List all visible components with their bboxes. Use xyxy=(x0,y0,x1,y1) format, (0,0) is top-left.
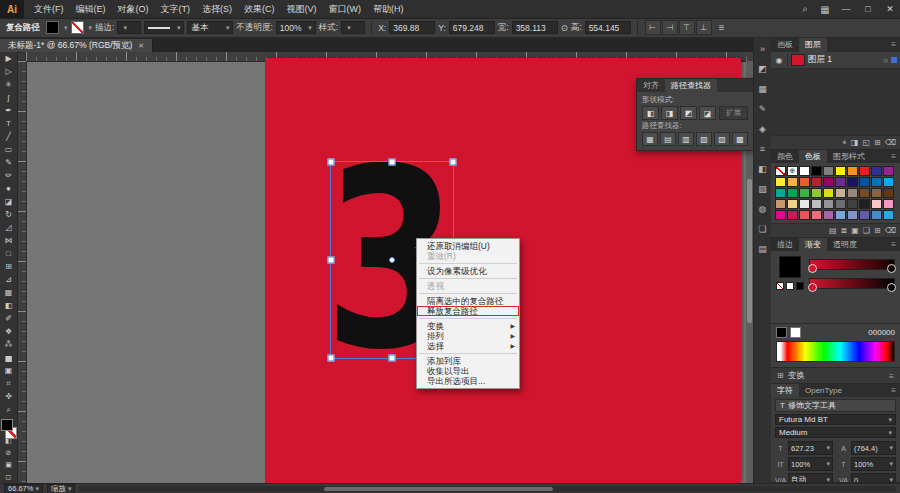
exclude-icon[interactable]: ◪ xyxy=(699,106,716,120)
tab-close-icon[interactable]: ✕ xyxy=(138,42,144,50)
hand-tool[interactable]: ✜ xyxy=(1,390,16,403)
intersect-icon[interactable]: ◩ xyxy=(680,106,697,120)
delete-layer-icon[interactable]: ⌫ xyxy=(885,138,896,147)
menubar-item-0[interactable]: 文件(F) xyxy=(28,0,70,18)
direct-selection-tool[interactable]: ▷ xyxy=(1,65,16,78)
selection-tool[interactable]: ▶ xyxy=(1,52,16,65)
swatch-28[interactable] xyxy=(871,188,882,198)
swatch-3[interactable] xyxy=(811,166,822,176)
stroke-caret-icon[interactable]: ▾ xyxy=(89,24,93,32)
gradient-stop[interactable] xyxy=(808,283,817,292)
layers-tab-1[interactable]: 图层 xyxy=(799,38,827,52)
kerning-field-value[interactable]: 自动▾ xyxy=(788,473,833,483)
gradient-tool[interactable]: ◧ xyxy=(1,299,16,312)
symbols-panel-icon[interactable]: ◈ xyxy=(756,122,770,135)
swatch-48[interactable] xyxy=(871,210,882,220)
height-field[interactable]: 554.145 xyxy=(585,21,631,34)
pathfinder-tab-0[interactable]: 对齐 xyxy=(637,79,665,92)
gradient-stop[interactable] xyxy=(808,264,817,273)
swatch-44[interactable] xyxy=(823,210,834,220)
make-mask-icon[interactable]: ◨ xyxy=(851,138,859,147)
locate-object-icon[interactable]: ⌖ xyxy=(842,138,847,148)
transparency-panel-icon[interactable]: ▨ xyxy=(756,182,770,195)
swatch-options-icon[interactable]: ▣ xyxy=(851,226,859,235)
swatch-0[interactable] xyxy=(775,166,786,176)
minus-front-icon[interactable]: ◨ xyxy=(661,106,678,120)
delete-swatch-icon[interactable]: ⌫ xyxy=(885,226,896,235)
swatch-45[interactable] xyxy=(835,210,846,220)
brush-definition-dropdown[interactable]: 基本▾ xyxy=(187,21,233,34)
align-horizontal-center-icon[interactable]: ⊣ xyxy=(662,20,678,35)
crop-icon[interactable]: ▧ xyxy=(696,132,712,146)
gradient-tab-1[interactable]: 渐变 xyxy=(799,238,827,251)
type-tool[interactable]: T xyxy=(1,117,16,130)
toolbar-fill-color-swatch[interactable] xyxy=(1,419,13,431)
appearance-panel-icon[interactable]: ◍ xyxy=(756,202,770,215)
gradient-panel-menu-icon[interactable]: ≡ xyxy=(887,238,900,251)
swatch-12[interactable] xyxy=(799,177,810,187)
layer-name[interactable]: 图层 1 xyxy=(808,54,880,66)
touch-type-tool-button[interactable]: T 修饰文字工具 xyxy=(775,399,896,412)
merge-icon[interactable]: ▥ xyxy=(678,132,694,146)
close-button[interactable]: ✕ xyxy=(880,0,900,18)
unite-icon[interactable]: ◧ xyxy=(642,106,659,120)
free-transform-tool[interactable]: □ xyxy=(1,247,16,260)
new-sublayer-icon[interactable]: ◱ xyxy=(862,138,870,147)
menubar-item-2[interactable]: 对象(O) xyxy=(112,0,155,18)
tracking-field-value[interactable]: 0▾ xyxy=(851,473,896,483)
context-menu-item-16[interactable]: 导出所选项目... xyxy=(417,376,519,386)
gradient-ramp-0[interactable] xyxy=(809,259,895,268)
swatch-5[interactable] xyxy=(835,166,846,176)
visibility-eye-icon[interactable]: ◉ xyxy=(774,56,784,65)
color-stroke-chip[interactable] xyxy=(790,327,801,338)
pathfinder-tab-1[interactable]: 路径查找器 xyxy=(665,79,717,92)
gradient-chip-2[interactable] xyxy=(796,282,804,290)
swatch-libraries-icon[interactable]: ▤ xyxy=(829,226,837,235)
swatch-40[interactable] xyxy=(775,210,786,220)
transform-panel-header[interactable]: ⊞ 变换 ≡ xyxy=(771,368,900,384)
swatch-42[interactable] xyxy=(799,210,810,220)
swatch-49[interactable] xyxy=(883,210,894,220)
mesh-tool[interactable]: ▦ xyxy=(1,286,16,299)
leading-field-value[interactable]: (764.4)▾ xyxy=(851,441,896,455)
swatch-31[interactable] xyxy=(787,199,798,209)
collapse-panels-icon[interactable]: » xyxy=(756,42,770,55)
swatch-37[interactable] xyxy=(859,199,870,209)
divide-icon[interactable]: ▦ xyxy=(642,132,658,146)
pen-tool[interactable]: ✒ xyxy=(1,104,16,117)
swatch-26[interactable] xyxy=(847,188,858,198)
minimize-button[interactable]: — xyxy=(836,0,856,18)
opacity-field[interactable]: 100%▾ xyxy=(276,21,316,34)
swatch-46[interactable] xyxy=(847,210,858,220)
menubar-item-4[interactable]: 选择(S) xyxy=(196,0,238,18)
context-menu-item-14[interactable]: 添加到库 xyxy=(417,356,519,366)
swatch-20[interactable] xyxy=(775,188,786,198)
pencil-tool[interactable]: ✏ xyxy=(1,169,16,182)
draw-normal-mode-icon[interactable]: ▣ xyxy=(1,459,16,471)
swatch-38[interactable] xyxy=(871,199,882,209)
fill-color-swatch[interactable] xyxy=(46,21,59,34)
maximize-button[interactable]: □ xyxy=(858,0,878,18)
swatch-9[interactable] xyxy=(883,166,894,176)
swatch-25[interactable] xyxy=(835,188,846,198)
control-panel-menu-icon[interactable]: ≡ xyxy=(719,22,725,33)
character-panel-menu-icon[interactable]: ≡ xyxy=(887,384,900,397)
swatch-30[interactable] xyxy=(775,199,786,209)
swatch-6[interactable] xyxy=(847,166,858,176)
lasso-tool[interactable]: ʃ xyxy=(1,91,16,104)
magic-wand-tool[interactable]: ✳ xyxy=(1,78,16,91)
swatch-23[interactable] xyxy=(811,188,822,198)
eyedropper-tool[interactable]: ✐ xyxy=(1,312,16,325)
stroke-color-swatch[interactable] xyxy=(71,21,84,34)
line-segment-tool[interactable]: ╱ xyxy=(1,130,16,143)
context-menu-item-15[interactable]: 收集以导出 xyxy=(417,366,519,376)
zoom-tool[interactable]: ⌕ xyxy=(1,403,16,416)
swatch-2[interactable] xyxy=(799,166,810,176)
gradient-chip-1[interactable] xyxy=(786,282,794,290)
symbol-sprayer-tool[interactable]: ⁂ xyxy=(1,338,16,351)
layers-tab-0[interactable]: 画板 xyxy=(771,38,799,52)
horizontal-scrollbar[interactable] xyxy=(79,486,896,492)
context-menu-item-11[interactable]: 排列▶ xyxy=(417,331,519,341)
width-tool[interactable]: ⋈ xyxy=(1,234,16,247)
swatch-36[interactable] xyxy=(847,199,858,209)
